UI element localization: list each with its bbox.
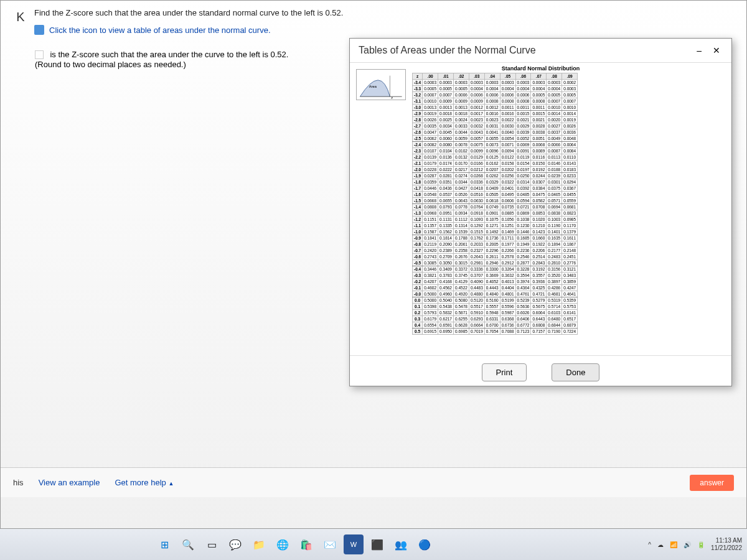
table-row: -0.20.42070.41680.41290.40900.40520.4013… bbox=[413, 279, 578, 285]
answer-input[interactable] bbox=[35, 50, 44, 59]
back-icon[interactable]: K bbox=[13, 9, 28, 24]
table-row: -0.70.24200.23890.23580.23270.22960.2266… bbox=[413, 248, 578, 254]
word-icon[interactable]: W bbox=[344, 534, 364, 554]
time: 11:13 AM bbox=[711, 537, 742, 544]
table-row: -1.40.08080.07930.07780.07640.07490.0735… bbox=[413, 204, 578, 210]
answer-button[interactable]: answer bbox=[690, 475, 734, 491]
volume-icon[interactable]: 🔊 bbox=[684, 541, 691, 548]
ztable-header: .01 bbox=[438, 73, 454, 80]
table-row: 0.00.50000.50400.50800.51200.51600.51990… bbox=[413, 297, 578, 304]
table-row: -1.30.09680.09510.09340.09180.09010.0885… bbox=[413, 210, 578, 217]
table-row: -3.20.00070.00070.00060.00060.00060.0006… bbox=[413, 92, 578, 98]
table-row: 0.20.57930.58320.58710.59100.59480.59870… bbox=[413, 310, 578, 316]
table-row: 0.40.65540.65910.66280.66640.67000.67360… bbox=[413, 322, 578, 329]
table-row: -0.90.18410.18140.17880.17620.17360.1711… bbox=[413, 235, 578, 241]
print-button[interactable]: Print bbox=[482, 363, 527, 381]
table-row: -1.80.03590.03510.03440.03360.03290.0322… bbox=[413, 179, 578, 185]
table-row: -0.50.30850.30500.30150.29810.29460.2912… bbox=[413, 260, 578, 266]
view-example-link[interactable]: View an example bbox=[39, 478, 100, 487]
chat-icon[interactable]: 💬 bbox=[225, 534, 245, 554]
table-row: -1.10.13570.13350.13140.12920.12710.1251… bbox=[413, 223, 578, 229]
clock[interactable]: 11:13 AM 11/21/2022 bbox=[711, 537, 742, 552]
get-help-link[interactable]: Get more help ▲ bbox=[115, 478, 174, 487]
table-row: -2.50.00620.00600.00590.00570.00550.0054… bbox=[413, 136, 578, 142]
ztable-header: .05 bbox=[500, 73, 515, 80]
table-row: -1.60.05480.05370.05260.05160.05050.0495… bbox=[413, 192, 578, 198]
answer-text: is the Z-score such that the area under … bbox=[50, 50, 288, 59]
table-row: -1.70.04460.04360.04270.04180.04090.0401… bbox=[413, 185, 578, 192]
ztable-header: .06 bbox=[515, 73, 531, 80]
close-icon[interactable]: ✕ bbox=[710, 45, 723, 55]
table-row: -3.40.00030.00030.00030.00030.00030.0003… bbox=[413, 80, 578, 86]
table-row: -2.60.00470.00450.00440.00430.00410.0040… bbox=[413, 129, 578, 136]
ztable-header: .00 bbox=[423, 73, 438, 80]
ztable-title: Standard Normal Distribution bbox=[502, 65, 580, 72]
bottom-bar: his View an example Get more help ▲ answ… bbox=[1, 467, 746, 497]
popup-controls: – ✕ bbox=[694, 45, 723, 55]
table-row: -0.00.50000.49600.49200.48800.48400.4801… bbox=[413, 291, 578, 297]
done-button[interactable]: Done bbox=[552, 363, 599, 381]
svg-text:Area: Area bbox=[369, 85, 377, 88]
table-row: -1.50.06680.06550.06430.06300.06180.0606… bbox=[413, 198, 578, 204]
table-row: -0.10.46020.45620.45220.44830.44430.4404… bbox=[413, 285, 578, 291]
table-row: -2.90.00190.00180.00180.00170.00160.0016… bbox=[413, 111, 578, 117]
ztable-header: .08 bbox=[547, 73, 562, 80]
main-window: K Find the Z-score such that the area un… bbox=[0, 0, 747, 529]
table-row: 0.10.53980.54380.54780.55170.55570.55960… bbox=[413, 304, 578, 310]
table-row: -1.00.15870.15620.15390.15150.14920.1469… bbox=[413, 229, 578, 235]
ztable-header: .07 bbox=[531, 73, 547, 80]
chevron-up-icon[interactable]: ^ bbox=[648, 541, 651, 548]
table-row: 0.50.69150.69500.69850.70190.70540.70880… bbox=[413, 329, 578, 335]
ztable-header: .09 bbox=[562, 73, 578, 80]
onedrive-icon[interactable]: ☁ bbox=[657, 541, 664, 548]
taskbar-right: ^ ☁ 📶 🔊 🔋 11:13 AM 11/21/2022 bbox=[648, 537, 742, 552]
explorer-icon[interactable]: 📁 bbox=[249, 534, 269, 554]
mail-icon[interactable]: ✉️ bbox=[320, 534, 340, 554]
table-row: -2.70.00350.00340.00330.00320.00310.0030… bbox=[413, 123, 578, 129]
wifi-icon[interactable]: 📶 bbox=[670, 541, 677, 548]
table-row: -0.30.38210.37830.37450.37070.36690.3632… bbox=[413, 273, 578, 279]
popup-body[interactable]: Area z Standard Normal Distribution z.00… bbox=[350, 63, 731, 355]
his-text: his bbox=[13, 478, 24, 487]
table-row: -1.20.11510.11310.11120.10930.10750.1056… bbox=[413, 217, 578, 223]
question-text: Find the Z-score such that the area unde… bbox=[34, 7, 734, 36]
popup-header: Tables of Areas under the Normal Curve –… bbox=[350, 39, 731, 63]
minimize-icon[interactable]: – bbox=[694, 45, 704, 55]
z-table-popup: Tables of Areas under the Normal Curve –… bbox=[349, 38, 732, 386]
taskview-icon[interactable]: ▭ bbox=[202, 534, 222, 554]
table-icon[interactable] bbox=[34, 25, 44, 35]
edge-icon[interactable]: 🌐 bbox=[273, 534, 293, 554]
table-row: -3.10.00100.00090.00090.00090.00080.0008… bbox=[413, 98, 578, 105]
popup-footer: Print Done bbox=[350, 355, 731, 389]
table-row: -0.40.34460.34090.33720.33360.33000.3264… bbox=[413, 266, 578, 273]
table-row: -3.30.00050.00050.00050.00040.00040.0004… bbox=[413, 86, 578, 92]
question-prompt: Find the Z-score such that the area unde… bbox=[34, 7, 734, 19]
popup-title: Tables of Areas under the Normal Curve bbox=[359, 45, 536, 56]
taskbar: ⊞ 🔍 ▭ 💬 📁 🌐 🛍️ ✉️ W ⬛ 👥 🔵 ^ ☁ 📶 🔊 🔋 11:1… bbox=[0, 529, 747, 560]
table-row: -2.20.01390.01360.01320.01290.01250.0122… bbox=[413, 154, 578, 161]
table-row: -2.30.01070.01040.01020.00990.00960.0094… bbox=[413, 148, 578, 154]
table-row: -1.90.02870.02810.02740.02680.02620.0256… bbox=[413, 173, 578, 179]
table-link-row: Click the icon to view a table of areas … bbox=[34, 24, 734, 37]
question-area: K Find the Z-score such that the area un… bbox=[1, 1, 746, 42]
table-row: -2.10.01790.01740.01700.01660.01620.0158… bbox=[413, 161, 578, 167]
store-icon[interactable]: 🛍️ bbox=[296, 534, 316, 554]
battery-icon[interactable]: 🔋 bbox=[697, 541, 705, 548]
table-link[interactable]: Click the icon to view a table of areas … bbox=[49, 24, 271, 37]
table-row: -2.40.00820.00800.00780.00750.00730.0071… bbox=[413, 142, 578, 148]
table-row: -0.60.27430.27090.26760.26430.26110.2578… bbox=[413, 254, 578, 260]
normal-curve-diagram: Area z bbox=[356, 69, 406, 100]
office-icon[interactable]: ⬛ bbox=[367, 534, 387, 554]
ztable-header: .03 bbox=[469, 73, 484, 80]
table-row: -2.00.02280.02220.02170.02120.02070.0202… bbox=[413, 167, 578, 173]
ztable-header: z bbox=[413, 73, 423, 80]
z-table: z.00.01.02.03.04.05.06.07.08.09 -3.40.00… bbox=[412, 73, 578, 335]
search-icon[interactable]: 🔍 bbox=[178, 534, 198, 554]
ztable-header: .02 bbox=[453, 73, 469, 80]
start-icon[interactable]: ⊞ bbox=[154, 534, 174, 554]
table-row: 0.30.61790.62170.62550.62930.63310.63680… bbox=[413, 316, 578, 322]
teams-icon[interactable]: 👥 bbox=[391, 534, 411, 554]
date: 11/21/2022 bbox=[711, 544, 742, 552]
chrome-icon[interactable]: 🔵 bbox=[415, 534, 435, 554]
ztable-header: .04 bbox=[484, 73, 500, 80]
